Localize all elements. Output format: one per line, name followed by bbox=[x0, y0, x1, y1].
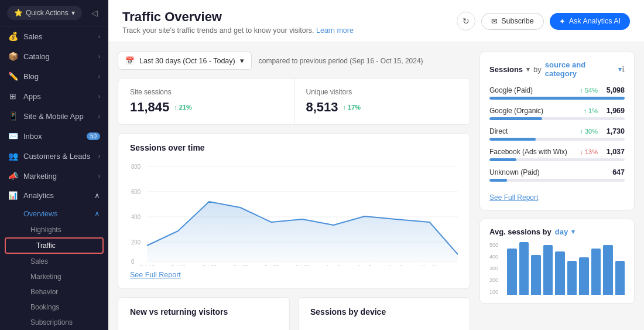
sidebar-item-bookings[interactable]: Bookings bbox=[0, 300, 108, 315]
sidebar-item-highlights[interactable]: Highlights bbox=[0, 222, 108, 237]
refresh-button[interactable]: ↻ bbox=[457, 12, 475, 30]
main-content-area: Traffic Overview Track your site's traff… bbox=[108, 0, 644, 330]
source-change: ↓ 13% bbox=[580, 148, 598, 155]
quick-actions-button[interactable]: ⭐ Quick Actions ▾ bbox=[7, 6, 82, 20]
source-change: ↑ 30% bbox=[580, 128, 598, 135]
source-count: 647 bbox=[602, 168, 625, 176]
catalog-icon: 📦 bbox=[8, 52, 18, 61]
new-vs-returning-card: New vs returning visitors bbox=[118, 297, 290, 330]
header-actions: ↻ ✉ Subscribe ✦ Ask Analytics AI bbox=[457, 12, 630, 30]
sidebar-item-subscriptions[interactable]: Subscriptions bbox=[0, 315, 108, 330]
chevron-down-sessions[interactable]: ▾ bbox=[526, 66, 530, 73]
site-sessions-label: Site sessions bbox=[130, 88, 282, 96]
overviews-label: Overviews bbox=[23, 210, 57, 218]
avg-bars bbox=[507, 242, 625, 295]
chevron-right-icon: › bbox=[98, 53, 100, 60]
avg-sessions-day-selector[interactable]: day bbox=[555, 227, 568, 236]
source-right: 647 bbox=[602, 168, 625, 176]
bar-chart-bar bbox=[603, 245, 613, 295]
sessions-source-title: Sessions ▾ by source and category ▾ bbox=[489, 60, 622, 78]
avg-sessions-label: Avg. sessions by bbox=[489, 227, 551, 236]
apps-icon: ⊞ bbox=[8, 91, 18, 101]
analytics-icon: 📊 bbox=[8, 191, 18, 200]
sidebar-label-catalog: Catalog bbox=[23, 52, 50, 61]
learn-more-link[interactable]: Learn more bbox=[316, 26, 354, 35]
source-bar-fill bbox=[489, 117, 542, 120]
source-name: Google (Organic) bbox=[489, 107, 543, 115]
bar-chart-bar bbox=[567, 261, 577, 295]
sessions-chart-title: Sessions over time bbox=[130, 143, 458, 152]
chevron-right-icon: › bbox=[98, 113, 100, 120]
page-title: Traffic Overview bbox=[122, 9, 354, 25]
svg-text:Oct 30: Oct 30 bbox=[295, 264, 310, 266]
source-row-header: Google (Organic) ↑ 1% 1,969 bbox=[489, 107, 625, 115]
sidebar-item-site-mobile[interactable]: 📱 Site & Mobile App › bbox=[0, 106, 108, 126]
sidebar-item-sales[interactable]: 💰 Sales › bbox=[0, 26, 108, 46]
sidebar-item-analytics[interactable]: 📊 Analytics ∧ bbox=[0, 186, 108, 205]
info-icon[interactable]: ℹ bbox=[622, 64, 625, 74]
bar-chart-bar bbox=[555, 251, 565, 295]
bar-chart-bar bbox=[531, 255, 541, 295]
unique-visitors-card: Unique visitors 8,513 ↑ 17% bbox=[294, 79, 470, 124]
source-row: Google (Organic) ↑ 1% 1,969 bbox=[489, 107, 625, 120]
svg-text:Oct 16: Oct 16 bbox=[139, 264, 155, 266]
analytics-ai-label: Ask Analytics AI bbox=[569, 17, 621, 25]
svg-text:Nov 2: Nov 2 bbox=[327, 264, 340, 266]
ask-analytics-ai-button[interactable]: ✦ Ask Analytics AI bbox=[550, 13, 630, 30]
inbox-icon: ✉️ bbox=[8, 131, 18, 141]
sidebar-item-customers[interactable]: 👥 Customers & Leads › bbox=[0, 146, 108, 166]
bar-chart-bar bbox=[507, 249, 517, 295]
sidebar-item-overviews[interactable]: Overviews ∧ bbox=[0, 205, 108, 222]
svg-text:Oct 25: Oct 25 bbox=[232, 264, 248, 266]
sidebar-item-catalog[interactable]: 📦 Catalog › bbox=[0, 46, 108, 66]
chevron-right-icon: › bbox=[98, 33, 100, 40]
sidebar-item-marketing[interactable]: 📣 Marketing › bbox=[0, 166, 108, 186]
sidebar-item-blog[interactable]: ✏️ Blog › bbox=[0, 66, 108, 86]
analytics-sub-menu: Overviews ∧ Highlights Traffic Sales Mar… bbox=[0, 205, 108, 330]
source-row-header: Facebook (Ads with Wix) ↓ 13% 1,037 bbox=[489, 148, 625, 156]
sidebar-label-apps: Apps bbox=[23, 92, 41, 101]
sidebar-item-inbox[interactable]: ✉️ Inbox 50 bbox=[0, 126, 108, 146]
header-left: Traffic Overview Track your site's traff… bbox=[122, 9, 354, 35]
sidebar-label-analytics: Analytics bbox=[23, 191, 54, 200]
site-sessions-value: 11,845 ↑ 21% bbox=[130, 100, 282, 115]
compare-period-text: compared to previous period (Sep 16 - Oc… bbox=[259, 57, 423, 65]
sidebar-item-marketing-sub[interactable]: Marketing bbox=[0, 269, 108, 284]
date-picker-button[interactable]: 📅 Last 30 days (Oct 16 - Today) ▾ bbox=[118, 52, 252, 70]
new-vs-returning-title: New vs returning visitors bbox=[130, 307, 278, 317]
sidebar: ⭐ Quick Actions ▾ ◁ 💰 Sales › 📦 Catalog … bbox=[0, 0, 108, 330]
sessions-see-full-report-link[interactable]: See Full Report bbox=[130, 271, 181, 279]
source-row-header: Unknown (Paid) 647 bbox=[489, 168, 625, 176]
sessions-by-device-card: Sessions by device bbox=[298, 297, 470, 330]
sales-icon: 💰 bbox=[8, 32, 18, 41]
source-right: ↑ 1% 1,969 bbox=[584, 107, 625, 115]
calendar-icon: 📅 bbox=[125, 56, 135, 65]
main-body: 📅 Last 30 days (Oct 16 - Today) ▾ compar… bbox=[108, 42, 644, 330]
sessions-by-source-header: Sessions ▾ by source and category ▾ ℹ bbox=[489, 60, 625, 78]
sidebar-label-inbox: Inbox bbox=[23, 132, 42, 141]
sidebar-item-behavior[interactable]: Behavior bbox=[0, 284, 108, 300]
subscribe-button[interactable]: ✉ Subscribe bbox=[481, 13, 544, 30]
sidebar-label-sales: Sales bbox=[23, 32, 43, 41]
source-see-full-report-link[interactable]: See Full Report bbox=[489, 193, 538, 202]
chevron-right-icon: › bbox=[98, 153, 100, 159]
date-chevron-icon: ▾ bbox=[240, 56, 244, 65]
sidebar-item-traffic[interactable]: Traffic bbox=[5, 237, 104, 254]
source-name: Facebook (Ads with Wix) bbox=[489, 148, 567, 156]
sidebar-item-apps[interactable]: ⊞ Apps › bbox=[0, 86, 108, 106]
site-sessions-change: ↑ 21% bbox=[174, 104, 192, 111]
page-subtitle: Track your site's traffic trends and get… bbox=[122, 26, 354, 35]
source-count: 1,730 bbox=[602, 127, 625, 135]
sidebar-label-site-mobile: Site & Mobile App bbox=[23, 112, 84, 121]
sessions-line-chart: 800 600 400 200 0 bbox=[130, 161, 458, 266]
stat-cards-container: Site sessions 11,845 ↑ 21% Unique visito… bbox=[118, 78, 470, 125]
sidebar-collapse-button[interactable]: ◁ bbox=[88, 7, 101, 19]
bar-chart-bar bbox=[519, 242, 529, 295]
quick-actions-label: Quick Actions bbox=[26, 9, 68, 17]
sidebar-item-sales-sub[interactable]: Sales bbox=[0, 254, 108, 269]
svg-text:600: 600 bbox=[131, 189, 141, 195]
chevron-down-day[interactable]: ▾ bbox=[571, 228, 575, 236]
source-row: Facebook (Ads with Wix) ↓ 13% 1,037 bbox=[489, 148, 625, 161]
svg-text:Oct 27: Oct 27 bbox=[264, 264, 279, 266]
customers-icon: 👥 bbox=[8, 151, 18, 161]
